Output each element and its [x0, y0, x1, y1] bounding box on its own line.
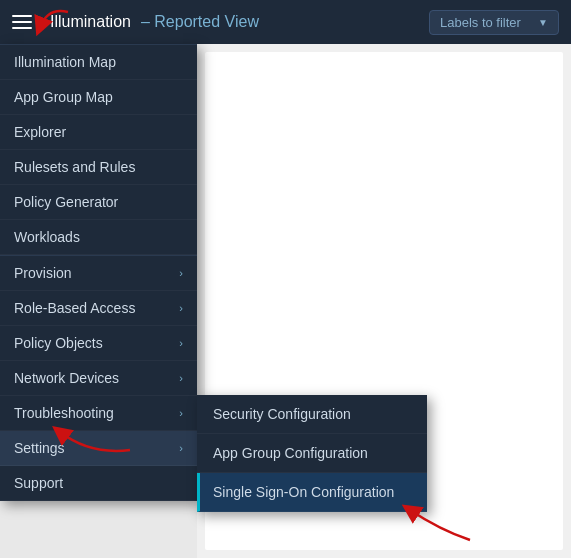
header-bar: Illumination – Reported View Labels to f…: [0, 0, 571, 44]
menu-item-label: Provision: [14, 265, 72, 281]
menu-item-rulesets[interactable]: Rulesets and Rules: [0, 150, 197, 185]
submenu-item-label: App Group Configuration: [213, 445, 368, 461]
menu-item-policy-objects[interactable]: Policy Objects ›: [0, 326, 197, 361]
menu-item-support[interactable]: Support: [0, 466, 197, 501]
chevron-right-icon: ›: [179, 407, 183, 419]
menu-item-policy-generator[interactable]: Policy Generator: [0, 185, 197, 220]
menu-item-network-devices[interactable]: Network Devices ›: [0, 361, 197, 396]
menu-item-label: Support: [14, 475, 63, 491]
submenu-item-security-config[interactable]: Security Configuration: [197, 395, 427, 434]
menu-item-workloads[interactable]: Workloads: [0, 220, 197, 255]
labels-filter-dropdown[interactable]: Labels to filter ▼: [429, 10, 559, 35]
menu-item-label: Policy Generator: [14, 194, 118, 210]
filter-label: Labels to filter: [440, 15, 521, 30]
submenu-item-app-group-config[interactable]: App Group Configuration: [197, 434, 427, 473]
arrow-settings: [30, 410, 150, 460]
menu-item-label: Network Devices: [14, 370, 119, 386]
menu-item-label: Workloads: [14, 229, 80, 245]
menu-item-label: Role-Based Access: [14, 300, 135, 316]
menu-item-explorer[interactable]: Explorer: [0, 115, 197, 150]
menu-item-label: Illumination Map: [14, 54, 116, 70]
menu-item-label: App Group Map: [14, 89, 113, 105]
chevron-down-icon: ▼: [538, 17, 548, 28]
chevron-right-icon: ›: [179, 442, 183, 454]
menu-item-provision[interactable]: Provision ›: [0, 255, 197, 291]
menu-item-role-based-access[interactable]: Role-Based Access ›: [0, 291, 197, 326]
arrow-hamburger: [18, 2, 78, 52]
chevron-right-icon: ›: [179, 302, 183, 314]
menu-item-app-group-map[interactable]: App Group Map: [0, 80, 197, 115]
submenu-item-label: Security Configuration: [213, 406, 351, 422]
arrow-sso: [390, 490, 490, 550]
view-subtitle: – Reported View: [141, 13, 259, 31]
submenu-item-label: Single Sign-On Configuration: [213, 484, 394, 500]
menu-item-label: Policy Objects: [14, 335, 103, 351]
chevron-right-icon: ›: [179, 337, 183, 349]
menu-item-label: Rulesets and Rules: [14, 159, 135, 175]
menu-item-label: Explorer: [14, 124, 66, 140]
chevron-right-icon: ›: [179, 267, 183, 279]
chevron-right-icon: ›: [179, 372, 183, 384]
